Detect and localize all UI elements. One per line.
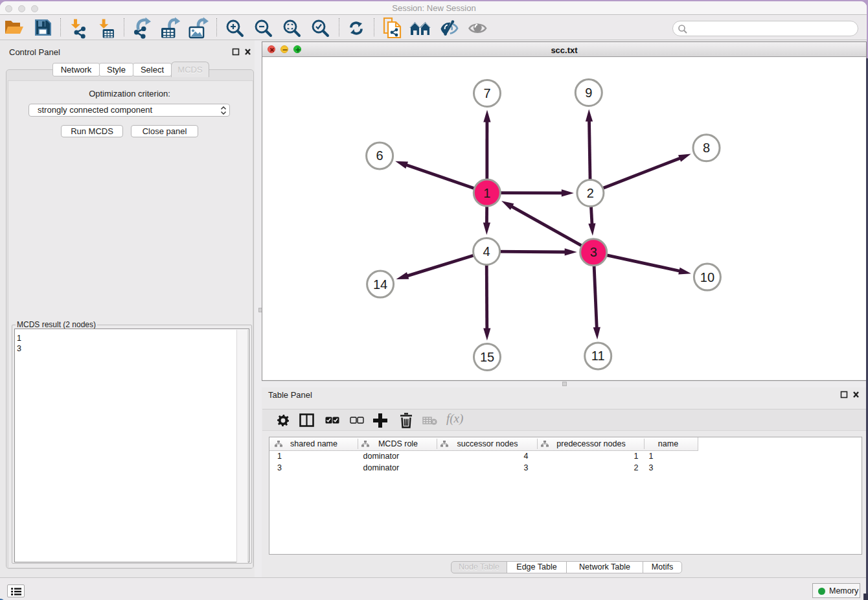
svg-text:11: 11 [591,349,605,363]
svg-text:1: 1 [483,186,490,200]
svg-text:2: 2 [587,186,594,200]
svg-text:8: 8 [703,141,710,155]
svg-text:3: 3 [590,245,597,259]
svg-text:10: 10 [700,270,714,284]
svg-text:6: 6 [376,148,383,163]
svg-text:14: 14 [373,277,387,292]
svg-text:9: 9 [585,86,592,100]
svg-text:15: 15 [480,350,494,364]
svg-text:4: 4 [483,244,490,259]
svg-text:7: 7 [483,86,490,100]
